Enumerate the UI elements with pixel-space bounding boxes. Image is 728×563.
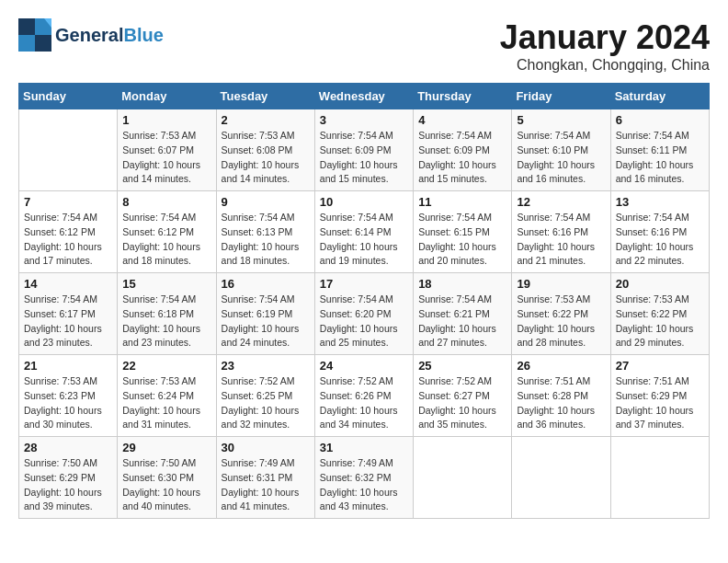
day-info: Sunrise: 7:50 AMSunset: 6:30 PMDaylight:… [122,456,210,514]
day-info: Sunrise: 7:52 AMSunset: 6:27 PMDaylight:… [418,374,506,432]
day-number: 17 [320,277,408,291]
day-info: Sunrise: 7:50 AMSunset: 6:29 PMDaylight:… [24,456,112,514]
calendar-cell: 20Sunrise: 7:53 AMSunset: 6:22 PMDayligh… [610,273,709,355]
day-info: Sunrise: 7:54 AMSunset: 6:18 PMDaylight:… [122,293,210,350]
day-number: 16 [222,277,310,291]
svg-rect-3 [35,35,51,52]
calendar-cell: 1Sunrise: 7:53 AMSunset: 6:07 PMDaylight… [118,109,216,191]
day-number: 27 [616,359,704,373]
calendar-cell [414,437,512,519]
day-info: Sunrise: 7:54 AMSunset: 6:10 PMDaylight:… [517,129,605,187]
day-info: Sunrise: 7:53 AMSunset: 6:07 PMDaylight:… [122,129,210,187]
week-row-1: 1Sunrise: 7:53 AMSunset: 6:07 PMDaylight… [19,109,710,191]
calendar-cell: 30Sunrise: 7:49 AMSunset: 6:31 PMDayligh… [216,437,314,519]
day-number: 1 [122,113,210,127]
weekday-header-monday: Monday [118,84,216,109]
day-info: Sunrise: 7:49 AMSunset: 6:32 PMDaylight:… [320,456,408,514]
weekday-header-friday: Friday [512,84,610,109]
calendar-cell: 28Sunrise: 7:50 AMSunset: 6:29 PMDayligh… [19,437,118,519]
calendar-cell: 17Sunrise: 7:54 AMSunset: 6:20 PMDayligh… [314,273,413,355]
calendar-cell: 8Sunrise: 7:54 AMSunset: 6:12 PMDaylight… [118,191,216,273]
day-number: 24 [320,359,408,373]
day-info: Sunrise: 7:53 AMSunset: 6:23 PMDaylight:… [24,374,112,432]
calendar-cell: 29Sunrise: 7:50 AMSunset: 6:30 PMDayligh… [118,437,216,519]
calendar-cell [19,109,118,191]
day-number: 7 [24,195,112,209]
day-info: Sunrise: 7:54 AMSunset: 6:16 PMDaylight:… [517,211,605,269]
day-info: Sunrise: 7:49 AMSunset: 6:31 PMDaylight:… [222,456,310,514]
weekday-header-saturday: Saturday [610,84,709,109]
day-info: Sunrise: 7:54 AMSunset: 6:12 PMDaylight:… [122,211,210,269]
calendar-cell [610,437,709,519]
day-info: Sunrise: 7:54 AMSunset: 6:17 PMDaylight:… [24,293,112,350]
calendar-cell: 27Sunrise: 7:51 AMSunset: 6:29 PMDayligh… [610,355,709,437]
weekday-header-row: SundayMondayTuesdayWednesdayThursdayFrid… [19,84,710,109]
day-info: Sunrise: 7:53 AMSunset: 6:08 PMDaylight:… [222,129,310,187]
day-info: Sunrise: 7:54 AMSunset: 6:09 PMDaylight:… [418,129,506,187]
calendar-cell: 6Sunrise: 7:54 AMSunset: 6:11 PMDaylight… [610,109,709,191]
week-row-5: 28Sunrise: 7:50 AMSunset: 6:29 PMDayligh… [19,437,710,519]
location-subtitle: Chongkan, Chongqing, China [500,57,710,74]
calendar-cell: 22Sunrise: 7:53 AMSunset: 6:24 PMDayligh… [118,355,216,437]
calendar-cell: 3Sunrise: 7:54 AMSunset: 6:09 PMDaylight… [314,109,413,191]
day-number: 13 [616,195,704,209]
day-number: 4 [418,113,506,127]
week-row-2: 7Sunrise: 7:54 AMSunset: 6:12 PMDaylight… [19,191,710,273]
day-number: 20 [616,277,704,291]
calendar-cell: 5Sunrise: 7:54 AMSunset: 6:10 PMDaylight… [512,109,610,191]
calendar-cell: 15Sunrise: 7:54 AMSunset: 6:18 PMDayligh… [118,273,216,355]
calendar-cell: 23Sunrise: 7:52 AMSunset: 6:25 PMDayligh… [216,355,314,437]
day-number: 23 [222,359,310,373]
logo-text-general: General [55,25,123,45]
day-number: 30 [222,441,310,454]
day-info: Sunrise: 7:54 AMSunset: 6:21 PMDaylight:… [418,293,506,350]
svg-rect-0 [18,18,35,35]
day-number: 6 [616,113,704,127]
day-info: Sunrise: 7:53 AMSunset: 6:24 PMDaylight:… [122,374,210,432]
day-number: 8 [122,195,210,209]
calendar-cell [512,437,610,519]
day-info: Sunrise: 7:52 AMSunset: 6:26 PMDaylight:… [320,374,408,432]
title-block: January 2024 Chongkan, Chongqing, China [500,18,710,74]
day-number: 22 [122,359,210,373]
day-number: 26 [517,359,605,373]
day-number: 31 [320,441,408,454]
week-row-4: 21Sunrise: 7:53 AMSunset: 6:23 PMDayligh… [19,355,710,437]
calendar-cell: 31Sunrise: 7:49 AMSunset: 6:32 PMDayligh… [314,437,413,519]
day-number: 18 [418,277,506,291]
logo: GeneralBlue [18,18,164,52]
calendar-cell: 10Sunrise: 7:54 AMSunset: 6:14 PMDayligh… [314,191,413,273]
day-number: 5 [517,113,605,127]
day-info: Sunrise: 7:54 AMSunset: 6:15 PMDaylight:… [418,211,506,269]
calendar-cell: 26Sunrise: 7:51 AMSunset: 6:28 PMDayligh… [512,355,610,437]
svg-rect-2 [18,35,35,52]
day-number: 19 [517,277,605,291]
day-info: Sunrise: 7:51 AMSunset: 6:28 PMDaylight:… [517,374,605,432]
logo-text-blue: Blue [123,25,163,45]
day-info: Sunrise: 7:54 AMSunset: 6:11 PMDaylight:… [616,129,704,187]
day-number: 15 [122,277,210,291]
calendar-cell: 21Sunrise: 7:53 AMSunset: 6:23 PMDayligh… [19,355,118,437]
calendar-cell: 25Sunrise: 7:52 AMSunset: 6:27 PMDayligh… [414,355,512,437]
calendar-cell: 11Sunrise: 7:54 AMSunset: 6:15 PMDayligh… [414,191,512,273]
weekday-header-tuesday: Tuesday [216,84,314,109]
day-number: 3 [320,113,408,127]
calendar-cell: 19Sunrise: 7:53 AMSunset: 6:22 PMDayligh… [512,273,610,355]
day-info: Sunrise: 7:52 AMSunset: 6:25 PMDaylight:… [222,374,310,432]
day-number: 9 [222,195,310,209]
day-info: Sunrise: 7:51 AMSunset: 6:29 PMDaylight:… [616,374,704,432]
calendar-cell: 2Sunrise: 7:53 AMSunset: 6:08 PMDaylight… [216,109,314,191]
day-number: 12 [517,195,605,209]
day-info: Sunrise: 7:54 AMSunset: 6:19 PMDaylight:… [222,293,310,350]
day-info: Sunrise: 7:54 AMSunset: 6:14 PMDaylight:… [320,211,408,269]
month-title: January 2024 [500,18,710,57]
day-info: Sunrise: 7:53 AMSunset: 6:22 PMDaylight:… [517,293,605,350]
calendar-cell: 16Sunrise: 7:54 AMSunset: 6:19 PMDayligh… [216,273,314,355]
calendar-cell: 24Sunrise: 7:52 AMSunset: 6:26 PMDayligh… [314,355,413,437]
calendar-cell: 18Sunrise: 7:54 AMSunset: 6:21 PMDayligh… [414,273,512,355]
day-number: 28 [24,441,112,454]
calendar-cell: 14Sunrise: 7:54 AMSunset: 6:17 PMDayligh… [19,273,118,355]
weekday-header-thursday: Thursday [414,84,512,109]
calendar-cell: 13Sunrise: 7:54 AMSunset: 6:16 PMDayligh… [610,191,709,273]
day-info: Sunrise: 7:54 AMSunset: 6:16 PMDaylight:… [616,211,704,269]
